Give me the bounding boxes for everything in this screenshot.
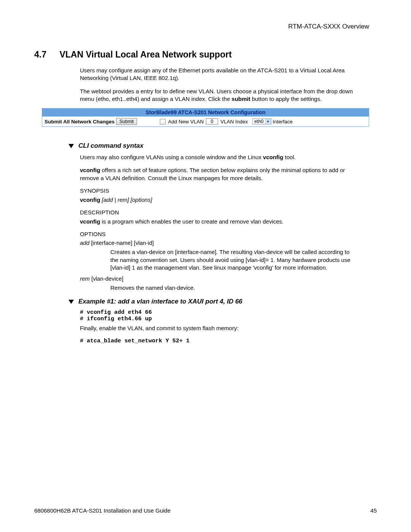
synopsis-label: SYNOPSIS	[80, 187, 354, 194]
footer-page-number: 45	[370, 507, 377, 514]
example-para: Finally, enable the VLAN, and commit to …	[80, 324, 354, 332]
option-rem-description: Removes the named vlan-device.	[110, 284, 354, 292]
running-header: RTM-ATCA-SXXX Overview	[34, 23, 369, 30]
panel-title: StorBlade99 ATCA-S201 Network Configurat…	[42, 109, 369, 117]
description-text: vconfig is a program which enables the u…	[80, 218, 354, 225]
submit-button[interactable]: Submit	[116, 118, 137, 125]
cli-para-2: vconfig offers a rich set of feature opt…	[80, 166, 354, 182]
triangle-icon	[68, 300, 74, 304]
example-code-1: # vconfig add eth4 66 # ifconfig eth4.66…	[80, 309, 377, 322]
options-label: OPTIONS	[80, 231, 354, 237]
section-title: VLAN Virtual Local Area Network support	[59, 50, 231, 59]
intro-para-2: The webtool provides a entry for to defi…	[80, 88, 354, 103]
section-heading: 4.7 VLAN Virtual Local Area Network supp…	[34, 50, 377, 60]
example-code-2: # atca_blade set_network Y 52+ 1	[80, 338, 377, 344]
vlan-index-input[interactable]	[206, 118, 218, 125]
add-vlan-checkbox[interactable]	[160, 119, 166, 125]
option-add: add [interface-name] [vlan-id]	[80, 240, 354, 246]
interface-select[interactable]: eth0 ▾	[252, 118, 271, 125]
cli-para-1: Users may also configure VLANs using a c…	[80, 153, 354, 161]
footer-left: 6806800H62B ATCA-S201 Installation and U…	[34, 507, 170, 514]
section-number: 4.7	[34, 50, 57, 60]
description-label: DESCRIPTION	[80, 209, 354, 216]
chevron-down-icon: ▾	[265, 119, 271, 124]
submit-all-label: Submit All Network Changes	[45, 119, 115, 125]
vlan-index-label: VLAN Index	[220, 119, 248, 125]
network-config-panel: StorBlade99 ATCA-S201 Network Configurat…	[42, 108, 369, 127]
add-vlan-label: Add New VLAN	[168, 119, 204, 125]
option-rem: rem [vlan-device]	[80, 275, 354, 282]
intro-para-1: Users may configure assign any of the Et…	[80, 67, 354, 82]
interface-label: Interface	[273, 119, 293, 125]
triangle-icon	[68, 144, 74, 148]
example-heading: Example #1: add a vlan interface to XAUI…	[68, 298, 377, 305]
synopsis-line: vconfig [add | rem] [options]	[80, 196, 354, 204]
interface-value: eth0	[253, 119, 265, 124]
cli-heading: CLI command syntax	[68, 142, 377, 150]
option-add-description: Creates a vlan-device on [interface-name…	[110, 248, 354, 272]
